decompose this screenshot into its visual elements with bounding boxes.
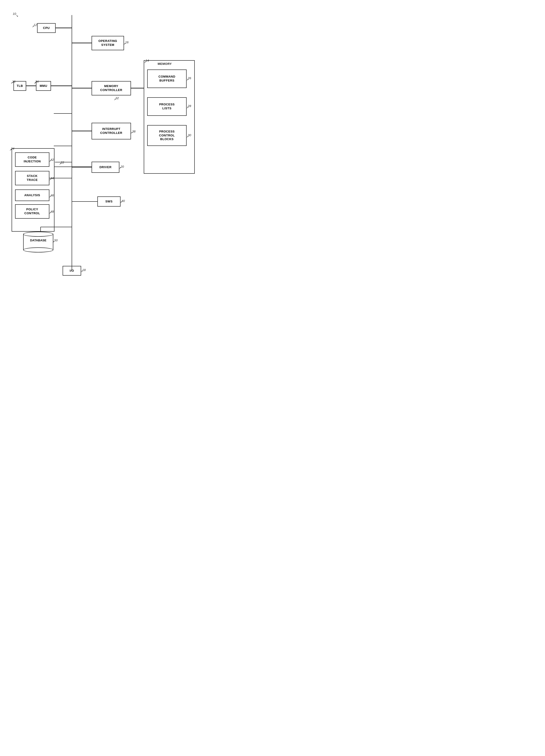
policy-control-box: POLICYCONTROL [15,204,49,219]
ref-12: 12 [34,23,37,27]
ref-18: 18 [82,268,85,272]
ref-32: 32 [115,96,119,100]
ref-38: 38 [132,130,135,133]
database-box: DATABASE [23,232,53,252]
code-injection-box: CODEINJECTION [15,152,49,167]
ref-22: 22 [61,161,64,164]
analysis-box: ANALYSIS [15,189,49,201]
interrupt-controller-box: INTERRUPTCONTROLLER [92,123,131,139]
process-lists-box: PROCESSLISTS [147,97,186,116]
ref-44: 44 [51,176,54,180]
driver-box: DRIVER [92,162,119,173]
ref-14: 14 [145,59,149,62]
ref-16: 16 [125,41,128,44]
command-buffers-box: COMMANDBUFFERS [147,69,186,88]
process-control-blocks-box: PROCESSCONTROLBLOCKS [147,125,186,146]
ref-20: 20 [120,165,124,168]
memory-label: MEMORY [158,62,172,66]
cpu-box: CPU [37,23,56,33]
sws-box: SWS [97,196,120,207]
ref-42: 42 [51,158,54,161]
memory-controller-box: MEMORYCONTROLLER [92,81,131,95]
ref-48: 48 [51,210,54,213]
ref-46: 46 [51,194,54,197]
os-box: OPERATINGSYSTEM [92,36,124,50]
io-box: I/O [63,266,81,276]
stack-trace-box: STACKTRACE [15,171,49,185]
ref-50: 50 [54,239,57,242]
ref-40: 40 [121,199,125,203]
